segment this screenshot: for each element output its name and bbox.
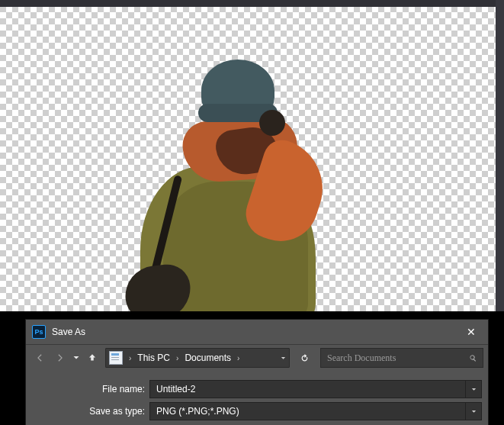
dialog-body: File name: Untitled-2 Save as type: PNG … <box>26 371 488 425</box>
search-box[interactable] <box>320 348 483 368</box>
breadcrumb-documents[interactable]: Documents <box>181 353 234 363</box>
breadcrumb-separator[interactable]: › <box>173 354 181 362</box>
arrow-right-icon <box>55 353 66 363</box>
nav-up-button[interactable] <box>83 349 101 367</box>
address-bar[interactable]: › This PC › Documents › <box>105 348 290 368</box>
search-icon <box>468 353 478 363</box>
chevron-down-icon <box>72 353 81 363</box>
breadcrumb-separator[interactable]: › <box>234 354 242 362</box>
save-type-value: PNG (*.PNG;*.PNG) <box>150 406 465 417</box>
breadcrumb-this-pc[interactable]: This PC <box>134 353 173 363</box>
canvas-transparency-area <box>0 0 504 311</box>
save-type-label: Save as type: <box>32 406 149 417</box>
panel-strip <box>496 0 504 311</box>
dialog-titlebar[interactable]: Ps Save As ✕ <box>26 320 488 345</box>
chevron-down-icon <box>470 386 477 393</box>
refresh-button[interactable] <box>295 349 313 367</box>
photoshop-app-icon: Ps <box>32 325 46 339</box>
nav-history-button[interactable] <box>72 349 81 367</box>
nav-back-button[interactable] <box>30 349 49 367</box>
breadcrumb-separator[interactable]: › <box>126 354 134 362</box>
chevron-down-icon <box>470 408 477 415</box>
address-history-dropdown[interactable] <box>277 355 289 362</box>
arrow-up-icon <box>87 353 98 363</box>
location-pc-icon <box>109 351 123 365</box>
canvas-figure <box>125 60 323 311</box>
search-input[interactable] <box>326 352 468 365</box>
file-name-history-dropdown[interactable] <box>465 381 481 398</box>
file-name-label: File name: <box>32 384 149 394</box>
arrow-left-icon <box>34 353 45 363</box>
dialog-title: Save As <box>52 327 454 337</box>
file-name-row: File name: Untitled-2 <box>26 379 488 399</box>
chevron-down-icon <box>280 355 287 362</box>
save-as-dialog: Ps Save As ✕ › This PC › <box>25 319 489 425</box>
close-icon: ✕ <box>467 326 476 338</box>
app-toolbar-strip <box>0 0 504 7</box>
file-name-value[interactable]: Untitled-2 <box>150 384 465 394</box>
close-button[interactable]: ✕ <box>454 320 488 344</box>
refresh-icon <box>300 353 310 363</box>
save-type-row: Save as type: PNG (*.PNG;*.PNG) <box>26 401 488 421</box>
save-type-dropdown[interactable] <box>465 403 481 420</box>
explorer-nav-row: › This PC › Documents › <box>26 345 488 371</box>
nav-forward-button[interactable] <box>51 349 69 367</box>
save-type-field[interactable]: PNG (*.PNG;*.PNG) <box>149 402 482 420</box>
file-name-field[interactable]: Untitled-2 <box>149 380 482 398</box>
